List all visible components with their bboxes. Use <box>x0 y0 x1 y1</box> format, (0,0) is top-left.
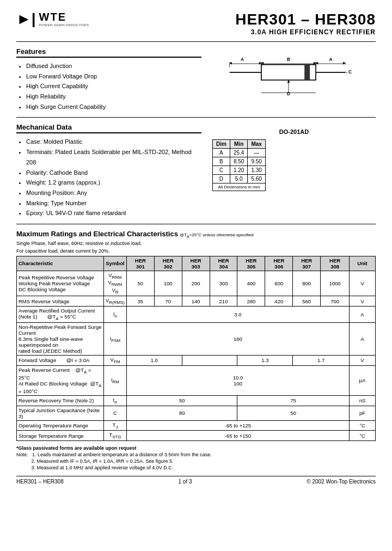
asterisk-note: *Glass passivated forms are available up… <box>16 445 376 451</box>
th-her302: HER302 <box>154 256 182 271</box>
char-table-header-row: Characteristic Symbol HER301 HER302 HER3… <box>17 256 376 271</box>
char-row-vrms: RMS Reverse Voltage VR(RMS) 35 70 140 21… <box>17 296 376 307</box>
dim-row-A: A25.4— <box>213 149 266 157</box>
char-row-trr: Reverse Recovery Time (Note 2) trr 50 75… <box>17 395 376 406</box>
mechanical-left: Mechanical Data Case: Molded Plastic Ter… <box>16 123 201 218</box>
dim-table-body: A25.4— B8.509.50 C1.201.30 D5.05.60 All … <box>213 149 266 191</box>
feature-item-2: Low Forward Voltage Drop <box>26 71 201 82</box>
svg-marker-21 <box>343 62 345 65</box>
section-divider-2 <box>16 224 376 224</box>
ratings-at-note: @TA=25°C unless otherwise specified <box>180 232 254 237</box>
th-her301: HER301 <box>126 256 154 271</box>
page-header: ►| WTE POWER SEMICONDUCTORS HER301 – HER… <box>16 11 376 36</box>
char-row-vrrm: Peak Repetitive Reverse VoltageWorking P… <box>17 271 376 296</box>
feature-item-1: Diffused Junction <box>26 61 201 71</box>
th-her303: HER303 <box>182 256 210 271</box>
char-row-tj: Operating Temperature Range TJ -65 to +1… <box>17 420 376 431</box>
features-left: Features Diffused Junction Low Forward V… <box>16 47 201 112</box>
svg-text:A: A <box>241 57 244 62</box>
features-title: Features <box>16 47 201 58</box>
header-divider <box>16 41 376 42</box>
package-title: DO-201AD <box>212 128 376 135</box>
char-row-io: Average Rectified Output Current(Note 1)… <box>17 307 376 323</box>
mech-item-1: Case: Molded Plastic <box>26 137 201 147</box>
mechanical-title: Mechanical Data <box>16 123 201 133</box>
sub-title: 3.0A HIGH EFFICIENCY RECTIFIER <box>235 28 376 36</box>
logo-diode-symbol: ►| <box>16 11 36 27</box>
characteristics-table: Characteristic Symbol HER301 HER302 HER3… <box>16 256 376 442</box>
mech-item-3: Polarity: Cathode Band <box>26 168 201 178</box>
diode-diagram-svg: A B A C D <box>212 47 365 102</box>
min-col-header: Min <box>230 140 247 149</box>
features-section: Features Diffused Junction Low Forward V… <box>16 47 376 112</box>
logo-wte: WTE <box>39 11 89 23</box>
th-unit: Unit <box>350 256 376 271</box>
dim-row-C: C1.201.30 <box>213 166 266 175</box>
svg-rect-3 <box>304 65 310 80</box>
svg-text:B: B <box>287 57 290 62</box>
svg-text:A: A <box>329 57 332 62</box>
mech-item-7: Epoxy: UL 94V-O rate flame retardant <box>26 208 201 218</box>
note-3: 3. Measured at 1.0 MHz and applied rever… <box>16 465 376 470</box>
mech-item-5: Mounting Position: Any <box>26 188 201 198</box>
ratings-title: Maximum Ratings and Electrical Character… <box>16 230 178 238</box>
footer-left: HER301 – HER308 <box>16 479 64 485</box>
svg-marker-8 <box>230 62 232 65</box>
th-symbol: Symbol <box>104 256 127 271</box>
char-row-c: Typical Junction Capacitance (Note 3) C … <box>17 406 376 420</box>
char-row-tstg: Storage Temperature Range TSTG -65 to +1… <box>17 431 376 441</box>
features-right-diagram: A B A C D <box>212 47 376 112</box>
feature-item-5: High Surge Current Capability <box>26 102 201 112</box>
ratings-note1: Single Phase, half wave, 60Hz, resistive… <box>16 241 376 246</box>
ratings-section: Maximum Ratings and Electrical Character… <box>16 230 376 441</box>
dim-row-D: D5.05.60 <box>213 175 266 183</box>
mech-item-6: Marking: Type Number <box>26 198 201 209</box>
page-footer: HER301 – HER308 1 of 3 © 2002 Won-Top El… <box>16 476 376 485</box>
mech-item-2: Terminals: Plated Leads Solderable per M… <box>26 147 201 167</box>
mechanical-list: Case: Molded Plastic Terminals: Plated L… <box>16 137 201 218</box>
footer-right: © 2002 Won-Top Electronics <box>307 479 376 485</box>
logo-text: WTE POWER SEMICONDUCTORS <box>39 11 89 27</box>
title-area: HER301 – HER308 3.0A HIGH EFFICIENCY REC… <box>235 11 376 36</box>
logo-area: ►| WTE POWER SEMICONDUCTORS <box>16 11 89 27</box>
th-her308: HER308 <box>321 256 350 271</box>
dim-table-header: Dim Min Max <box>213 140 266 149</box>
dimensions-table: Dim Min Max A25.4— B8.509.50 C1.201.30 D… <box>212 139 266 191</box>
note-header: Note: 1. Leads maintained at ambient tem… <box>16 452 376 457</box>
svg-text:C: C <box>348 69 352 75</box>
note-2: 2. Measured with IF = 0.5A, IR = 1.0A, I… <box>16 458 376 464</box>
char-row-vfm: Forward Voltage @I = 3.0A VFM 1.0 1.3 1.… <box>17 355 376 365</box>
char-table-body: Peak Repetitive Reverse VoltageWorking P… <box>17 271 376 441</box>
char-row-irm: Peak Reverse Current @TA = 25°CAt Rated … <box>17 365 376 395</box>
mechanical-right-table: DO-201AD Dim Min Max A25.4— B8.509.50 C1… <box>212 123 376 218</box>
logo-subtitle: POWER SEMICONDUCTORS <box>39 23 89 27</box>
notes-section: *Glass passivated forms are available up… <box>16 445 376 470</box>
th-her307: HER307 <box>293 256 321 271</box>
section-divider-1 <box>16 117 376 118</box>
ratings-header: Maximum Ratings and Electrical Character… <box>16 230 376 238</box>
dim-col-header: Dim <box>213 140 230 149</box>
dim-footnote-row: All Dimensions in mm <box>213 183 266 191</box>
char-row-ifsm: Non-Repetitive Peak Forward Surge Curren… <box>17 322 376 355</box>
ratings-note2: For capacitive load, derate current by 2… <box>16 248 376 254</box>
th-her306: HER306 <box>265 256 293 271</box>
th-her305: HER305 <box>237 256 265 271</box>
th-her304: HER304 <box>210 256 237 271</box>
mechanical-section: Mechanical Data Case: Molded Plastic Ter… <box>16 123 376 218</box>
feature-item-3: High Current Capability <box>26 81 201 91</box>
dim-row-B: B8.509.50 <box>213 157 266 166</box>
max-col-header: Max <box>248 140 265 149</box>
features-list: Diffused Junction Low Forward Voltage Dr… <box>16 61 201 112</box>
feature-item-4: High Reliability <box>26 91 201 102</box>
mech-item-4: Weight: 1.2 grams (approx.) <box>26 177 201 188</box>
main-title: HER301 – HER308 <box>235 11 376 28</box>
th-characteristic: Characteristic <box>17 256 104 271</box>
footer-center: 1 of 3 <box>178 479 192 485</box>
